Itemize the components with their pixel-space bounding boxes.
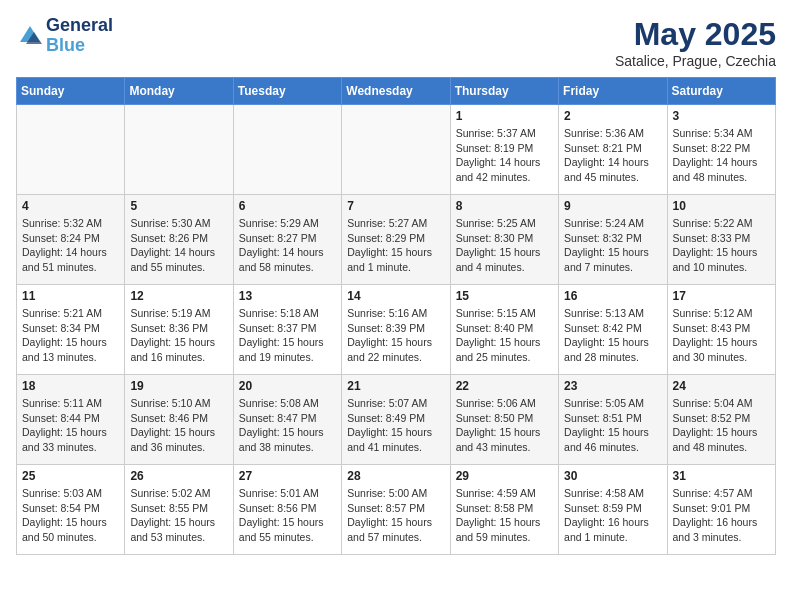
day-number: 8 bbox=[456, 199, 553, 213]
calendar-cell-1-6: 2Sunrise: 5:36 AM Sunset: 8:21 PM Daylig… bbox=[559, 105, 667, 195]
day-number: 17 bbox=[673, 289, 770, 303]
weekday-header-thursday: Thursday bbox=[450, 78, 558, 105]
day-info: Sunrise: 5:32 AM Sunset: 8:24 PM Dayligh… bbox=[22, 216, 119, 275]
day-info: Sunrise: 5:25 AM Sunset: 8:30 PM Dayligh… bbox=[456, 216, 553, 275]
day-number: 12 bbox=[130, 289, 227, 303]
calendar-cell-2-2: 5Sunrise: 5:30 AM Sunset: 8:26 PM Daylig… bbox=[125, 195, 233, 285]
day-number: 15 bbox=[456, 289, 553, 303]
location-subtitle: Satalice, Prague, Czechia bbox=[615, 53, 776, 69]
day-info: Sunrise: 5:15 AM Sunset: 8:40 PM Dayligh… bbox=[456, 306, 553, 365]
day-number: 31 bbox=[673, 469, 770, 483]
calendar-cell-5-4: 28Sunrise: 5:00 AM Sunset: 8:57 PM Dayli… bbox=[342, 465, 450, 555]
calendar-cell-1-7: 3Sunrise: 5:34 AM Sunset: 8:22 PM Daylig… bbox=[667, 105, 775, 195]
calendar-cell-4-6: 23Sunrise: 5:05 AM Sunset: 8:51 PM Dayli… bbox=[559, 375, 667, 465]
day-info: Sunrise: 5:12 AM Sunset: 8:43 PM Dayligh… bbox=[673, 306, 770, 365]
day-number: 23 bbox=[564, 379, 661, 393]
day-number: 29 bbox=[456, 469, 553, 483]
day-info: Sunrise: 5:06 AM Sunset: 8:50 PM Dayligh… bbox=[456, 396, 553, 455]
day-info: Sunrise: 5:16 AM Sunset: 8:39 PM Dayligh… bbox=[347, 306, 444, 365]
day-info: Sunrise: 4:57 AM Sunset: 9:01 PM Dayligh… bbox=[673, 486, 770, 545]
calendar-cell-4-4: 21Sunrise: 5:07 AM Sunset: 8:49 PM Dayli… bbox=[342, 375, 450, 465]
day-info: Sunrise: 5:03 AM Sunset: 8:54 PM Dayligh… bbox=[22, 486, 119, 545]
calendar-cell-3-6: 16Sunrise: 5:13 AM Sunset: 8:42 PM Dayli… bbox=[559, 285, 667, 375]
day-number: 10 bbox=[673, 199, 770, 213]
calendar-cell-4-7: 24Sunrise: 5:04 AM Sunset: 8:52 PM Dayli… bbox=[667, 375, 775, 465]
day-info: Sunrise: 5:10 AM Sunset: 8:46 PM Dayligh… bbox=[130, 396, 227, 455]
calendar-cell-2-5: 8Sunrise: 5:25 AM Sunset: 8:30 PM Daylig… bbox=[450, 195, 558, 285]
day-info: Sunrise: 5:22 AM Sunset: 8:33 PM Dayligh… bbox=[673, 216, 770, 275]
day-number: 27 bbox=[239, 469, 336, 483]
logo-icon bbox=[16, 22, 44, 50]
day-number: 4 bbox=[22, 199, 119, 213]
day-number: 21 bbox=[347, 379, 444, 393]
calendar-cell-3-1: 11Sunrise: 5:21 AM Sunset: 8:34 PM Dayli… bbox=[17, 285, 125, 375]
day-number: 28 bbox=[347, 469, 444, 483]
weekday-header-saturday: Saturday bbox=[667, 78, 775, 105]
day-info: Sunrise: 5:37 AM Sunset: 8:19 PM Dayligh… bbox=[456, 126, 553, 185]
calendar-cell-4-2: 19Sunrise: 5:10 AM Sunset: 8:46 PM Dayli… bbox=[125, 375, 233, 465]
calendar-cell-2-7: 10Sunrise: 5:22 AM Sunset: 8:33 PM Dayli… bbox=[667, 195, 775, 285]
calendar-week-4: 18Sunrise: 5:11 AM Sunset: 8:44 PM Dayli… bbox=[17, 375, 776, 465]
day-info: Sunrise: 5:21 AM Sunset: 8:34 PM Dayligh… bbox=[22, 306, 119, 365]
day-info: Sunrise: 5:13 AM Sunset: 8:42 PM Dayligh… bbox=[564, 306, 661, 365]
day-info: Sunrise: 5:34 AM Sunset: 8:22 PM Dayligh… bbox=[673, 126, 770, 185]
day-info: Sunrise: 5:18 AM Sunset: 8:37 PM Dayligh… bbox=[239, 306, 336, 365]
calendar-cell-3-7: 17Sunrise: 5:12 AM Sunset: 8:43 PM Dayli… bbox=[667, 285, 775, 375]
calendar-cell-1-4 bbox=[342, 105, 450, 195]
day-number: 19 bbox=[130, 379, 227, 393]
day-info: Sunrise: 5:19 AM Sunset: 8:36 PM Dayligh… bbox=[130, 306, 227, 365]
day-info: Sunrise: 4:59 AM Sunset: 8:58 PM Dayligh… bbox=[456, 486, 553, 545]
weekday-header-friday: Friday bbox=[559, 78, 667, 105]
page-header: GeneralBlue May 2025 Satalice, Prague, C… bbox=[16, 16, 776, 69]
calendar-cell-3-4: 14Sunrise: 5:16 AM Sunset: 8:39 PM Dayli… bbox=[342, 285, 450, 375]
calendar-cell-3-5: 15Sunrise: 5:15 AM Sunset: 8:40 PM Dayli… bbox=[450, 285, 558, 375]
day-number: 6 bbox=[239, 199, 336, 213]
calendar-cell-3-2: 12Sunrise: 5:19 AM Sunset: 8:36 PM Dayli… bbox=[125, 285, 233, 375]
day-info: Sunrise: 5:36 AM Sunset: 8:21 PM Dayligh… bbox=[564, 126, 661, 185]
day-number: 24 bbox=[673, 379, 770, 393]
calendar-week-2: 4Sunrise: 5:32 AM Sunset: 8:24 PM Daylig… bbox=[17, 195, 776, 285]
day-info: Sunrise: 5:02 AM Sunset: 8:55 PM Dayligh… bbox=[130, 486, 227, 545]
day-number: 20 bbox=[239, 379, 336, 393]
day-info: Sunrise: 5:30 AM Sunset: 8:26 PM Dayligh… bbox=[130, 216, 227, 275]
day-number: 7 bbox=[347, 199, 444, 213]
calendar-cell-5-5: 29Sunrise: 4:59 AM Sunset: 8:58 PM Dayli… bbox=[450, 465, 558, 555]
day-info: Sunrise: 5:01 AM Sunset: 8:56 PM Dayligh… bbox=[239, 486, 336, 545]
calendar-cell-5-1: 25Sunrise: 5:03 AM Sunset: 8:54 PM Dayli… bbox=[17, 465, 125, 555]
calendar-body: 1Sunrise: 5:37 AM Sunset: 8:19 PM Daylig… bbox=[17, 105, 776, 555]
calendar-cell-5-6: 30Sunrise: 4:58 AM Sunset: 8:59 PM Dayli… bbox=[559, 465, 667, 555]
day-info: Sunrise: 5:04 AM Sunset: 8:52 PM Dayligh… bbox=[673, 396, 770, 455]
month-title: May 2025 bbox=[615, 16, 776, 53]
day-number: 22 bbox=[456, 379, 553, 393]
weekday-header-monday: Monday bbox=[125, 78, 233, 105]
weekday-header-wednesday: Wednesday bbox=[342, 78, 450, 105]
calendar-header: SundayMondayTuesdayWednesdayThursdayFrid… bbox=[17, 78, 776, 105]
day-number: 9 bbox=[564, 199, 661, 213]
calendar-cell-1-1 bbox=[17, 105, 125, 195]
calendar-cell-1-5: 1Sunrise: 5:37 AM Sunset: 8:19 PM Daylig… bbox=[450, 105, 558, 195]
calendar-week-1: 1Sunrise: 5:37 AM Sunset: 8:19 PM Daylig… bbox=[17, 105, 776, 195]
day-info: Sunrise: 5:07 AM Sunset: 8:49 PM Dayligh… bbox=[347, 396, 444, 455]
calendar-cell-5-7: 31Sunrise: 4:57 AM Sunset: 9:01 PM Dayli… bbox=[667, 465, 775, 555]
day-number: 1 bbox=[456, 109, 553, 123]
day-info: Sunrise: 5:27 AM Sunset: 8:29 PM Dayligh… bbox=[347, 216, 444, 275]
day-number: 2 bbox=[564, 109, 661, 123]
logo-text: GeneralBlue bbox=[46, 16, 113, 56]
day-info: Sunrise: 4:58 AM Sunset: 8:59 PM Dayligh… bbox=[564, 486, 661, 545]
calendar-week-3: 11Sunrise: 5:21 AM Sunset: 8:34 PM Dayli… bbox=[17, 285, 776, 375]
day-info: Sunrise: 5:11 AM Sunset: 8:44 PM Dayligh… bbox=[22, 396, 119, 455]
calendar-cell-4-5: 22Sunrise: 5:06 AM Sunset: 8:50 PM Dayli… bbox=[450, 375, 558, 465]
calendar-cell-5-2: 26Sunrise: 5:02 AM Sunset: 8:55 PM Dayli… bbox=[125, 465, 233, 555]
day-number: 26 bbox=[130, 469, 227, 483]
day-number: 3 bbox=[673, 109, 770, 123]
day-number: 5 bbox=[130, 199, 227, 213]
calendar-cell-2-1: 4Sunrise: 5:32 AM Sunset: 8:24 PM Daylig… bbox=[17, 195, 125, 285]
title-block: May 2025 Satalice, Prague, Czechia bbox=[615, 16, 776, 69]
day-number: 14 bbox=[347, 289, 444, 303]
day-number: 16 bbox=[564, 289, 661, 303]
calendar-cell-2-4: 7Sunrise: 5:27 AM Sunset: 8:29 PM Daylig… bbox=[342, 195, 450, 285]
calendar-cell-2-6: 9Sunrise: 5:24 AM Sunset: 8:32 PM Daylig… bbox=[559, 195, 667, 285]
day-info: Sunrise: 5:00 AM Sunset: 8:57 PM Dayligh… bbox=[347, 486, 444, 545]
weekday-header-row: SundayMondayTuesdayWednesdayThursdayFrid… bbox=[17, 78, 776, 105]
weekday-header-sunday: Sunday bbox=[17, 78, 125, 105]
